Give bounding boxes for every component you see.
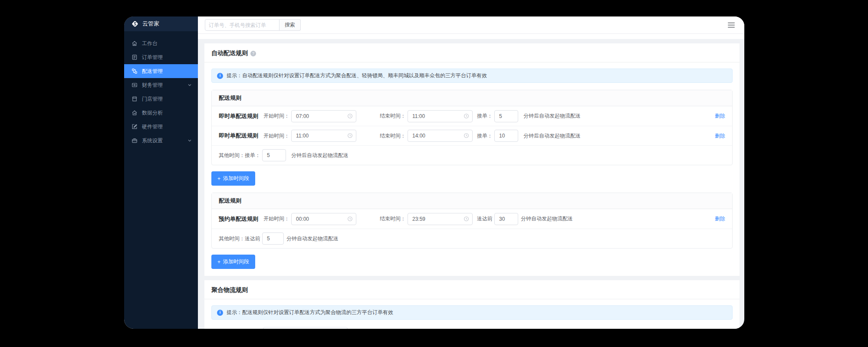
info-banner: i 提示：自动配送规则仅针对设置订单配送方式为聚合配送、轻骑镖局、顺丰同城以及顺… xyxy=(211,69,733,83)
shop-icon xyxy=(132,96,138,102)
auto-delivery-rules-card: 自动配送规则 ? i 提示：自动配送规则仅针对设置订单配送方式为聚合配送、轻骑镖… xyxy=(204,43,740,276)
minutes-input[interactable] xyxy=(494,110,518,122)
divider xyxy=(204,299,740,299)
home-icon xyxy=(132,40,138,46)
edit-icon xyxy=(132,124,138,130)
info-banner: i 提示：配送规则仅针对设置订单配送方式为聚合物流的三方平台订单有效 xyxy=(211,305,733,320)
end-time-label: 结束时间： xyxy=(380,215,406,223)
minutes-input[interactable] xyxy=(494,213,518,225)
end-time-input[interactable] xyxy=(408,213,473,225)
end-time-input[interactable] xyxy=(408,130,473,142)
reservation-rules-section: 配送规则 预约单配送规则 开始时间： 结束时间： xyxy=(211,193,733,249)
rule-suffix: 分钟后自动发起物流配送 xyxy=(291,152,349,159)
search-input[interactable] xyxy=(205,19,279,31)
add-time-slot-button[interactable]: + 添加时间段 xyxy=(211,171,255,186)
accept-label: 接单： xyxy=(477,132,493,140)
end-time-picker xyxy=(408,110,473,122)
rule-suffix: 分钟后自动发起物流配送 xyxy=(523,132,581,140)
divider xyxy=(204,62,740,62)
finance-icon xyxy=(132,82,138,88)
menu-icon[interactable] xyxy=(728,23,735,28)
sidebar-item-orders[interactable]: 订单管理 xyxy=(124,50,198,64)
sidebar-item-label: 硬件管理 xyxy=(142,123,163,131)
clock-icon xyxy=(347,113,353,119)
briefcase-icon xyxy=(132,137,138,144)
start-time-input[interactable] xyxy=(291,213,356,225)
info-icon: i xyxy=(217,310,223,316)
accept-label: 接单： xyxy=(477,112,493,120)
topbar: 搜索 xyxy=(198,16,744,34)
minutes-input[interactable] xyxy=(262,232,284,245)
app-logo[interactable]: 云管家 xyxy=(124,16,198,31)
rule-row: 预约单配送规则 开始时间： 结束时间： 送达前 xyxy=(212,209,732,229)
app-title: 云管家 xyxy=(142,20,159,28)
sidebar: 云管家 工作台 订单管理 配送管理 财务管理 xyxy=(124,16,198,329)
sidebar-item-stores[interactable]: 门店管理 xyxy=(124,92,198,106)
auto-rules-title: 自动配送规则 xyxy=(211,49,248,57)
clock-icon xyxy=(347,216,353,222)
clock-icon xyxy=(464,113,469,119)
sidebar-item-analytics[interactable]: 数据分析 xyxy=(124,106,198,120)
sidebar-item-hardware[interactable]: 硬件管理 xyxy=(124,120,198,134)
rule-name: 即时单配送规则 xyxy=(219,112,258,120)
sidebar-item-label: 订单管理 xyxy=(142,54,163,61)
info-icon: i xyxy=(217,73,223,79)
app-window: 云管家 工作台 订单管理 配送管理 财务管理 xyxy=(124,16,744,329)
sidebar-item-label: 数据分析 xyxy=(142,109,163,117)
content-scroll[interactable]: 自动配送规则 ? i 提示：自动配送规则仅针对设置订单配送方式为聚合配送、轻骑镖… xyxy=(198,34,744,329)
sidebar-item-workbench[interactable]: 工作台 xyxy=(124,36,198,50)
sidebar-item-label: 配送管理 xyxy=(142,68,163,75)
rule-suffix: 分钟自动发起物流配送 xyxy=(286,235,339,242)
provider-select[interactable]: 闪送 xyxy=(263,327,348,329)
sidebar-item-label: 门店管理 xyxy=(142,95,163,103)
end-time-label: 结束时间： xyxy=(380,132,406,140)
end-time-input[interactable] xyxy=(408,110,473,122)
priority-provider-row: 优先物流服务商 ? 闪送 xyxy=(211,327,733,329)
scrolled-card-edge xyxy=(198,34,744,39)
other-time-row: 其他时间：送达前 分钟自动发起物流配送 xyxy=(212,229,732,248)
other-time-label: 其他时间：接单： xyxy=(219,152,260,159)
analytics-icon xyxy=(132,110,138,116)
search-button[interactable]: 搜索 xyxy=(279,19,301,31)
brand-icon xyxy=(132,20,138,27)
document-icon xyxy=(132,54,138,60)
aggregate-logistics-card: 聚合物流规则 i 提示：配送规则仅针对设置订单配送方式为聚合物流的三方平台订单有… xyxy=(204,280,740,329)
start-time-label: 开始时间： xyxy=(263,112,289,120)
aggregate-rules-title: 聚合物流规则 xyxy=(211,286,248,294)
chevron-down-icon xyxy=(187,83,192,87)
start-time-picker xyxy=(291,213,356,225)
minutes-input[interactable] xyxy=(262,149,286,161)
sidebar-item-label: 财务管理 xyxy=(142,82,163,89)
rule-row: 即时单配送规则 开始时间： 结束时间： 接单： xyxy=(212,126,732,145)
end-time-label: 结束时间： xyxy=(380,112,406,120)
end-time-picker xyxy=(408,130,473,142)
help-icon[interactable]: ? xyxy=(250,51,256,56)
start-time-input[interactable] xyxy=(291,130,356,142)
main-area: 搜索 自动配送规则 ? i 提示：自动配送规则仅针对设置订单配送方式为聚合配送、… xyxy=(198,16,744,329)
clock-icon xyxy=(464,216,469,222)
other-time-row: 其他时间：接单： 分钟后自动发起物流配送 xyxy=(212,145,732,165)
delete-link[interactable]: 删除 xyxy=(715,215,725,223)
rule-suffix: 分钟后自动发起物流配送 xyxy=(523,112,581,120)
delete-link[interactable]: 删除 xyxy=(715,112,725,120)
instant-rules-section: 配送规则 即时单配送规则 开始时间： 结束时间： xyxy=(211,90,733,165)
other-time-label: 其他时间：送达前 xyxy=(219,235,260,242)
sidebar-item-settings[interactable]: 系统设置 xyxy=(124,134,198,147)
before-arrival-label: 送达前 xyxy=(477,215,493,223)
desktop-background: 云管家 工作台 订单管理 配送管理 财务管理 xyxy=(0,0,868,347)
rule-row: 即时单配送规则 开始时间： 结束时间： 接单： xyxy=(212,106,732,126)
start-time-input[interactable] xyxy=(291,110,356,122)
minutes-input[interactable] xyxy=(494,130,518,142)
sidebar-item-label: 系统设置 xyxy=(142,137,163,144)
section-header: 配送规则 xyxy=(212,193,732,209)
info-banner-text: 提示：配送规则仅针对设置订单配送方式为聚合物流的三方平台订单有效 xyxy=(227,309,393,316)
sidebar-item-finance[interactable]: 财务管理 xyxy=(124,78,198,92)
delete-link[interactable]: 删除 xyxy=(715,132,725,140)
order-search: 搜索 xyxy=(205,19,301,31)
end-time-picker xyxy=(408,213,473,225)
add-time-slot-button[interactable]: + 添加时间段 xyxy=(211,255,255,269)
sidebar-item-delivery[interactable]: 配送管理 xyxy=(124,64,198,78)
start-time-picker xyxy=(291,110,356,122)
start-time-picker xyxy=(291,130,356,142)
clock-icon xyxy=(464,133,469,138)
